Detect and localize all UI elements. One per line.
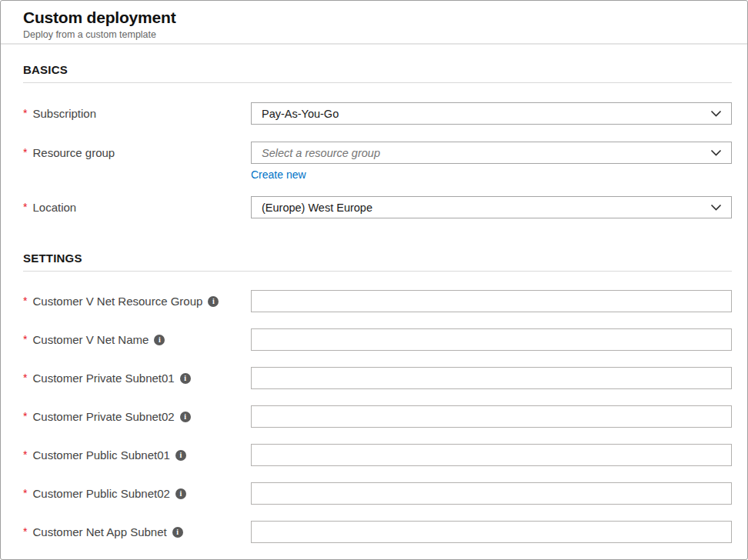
resource-group-placeholder: Select a resource group <box>262 147 380 159</box>
label-group: * Customer Private Subnet02 i <box>23 410 251 423</box>
info-icon[interactable]: i <box>172 527 183 538</box>
info-icon[interactable]: i <box>154 335 165 345</box>
field-row-customer-vnet-name: * Customer V Net Name i <box>23 328 732 351</box>
location-label-group: * Location <box>23 201 251 214</box>
customer-public-subnet01-label: Customer Public Subnet01 <box>32 448 169 462</box>
customer-vnet-name-label: Customer V Net Name <box>32 333 149 346</box>
divider <box>23 271 732 272</box>
customer-public-subnet01-input[interactable] <box>251 444 732 466</box>
page-subtitle: Deploy from a custom template <box>23 29 724 41</box>
basics-section-title: BASICS <box>23 63 732 76</box>
resource-group-dropdown[interactable]: Select a resource group <box>251 142 732 164</box>
location-value: (Europe) West Europe <box>262 202 372 214</box>
required-asterisk: * <box>23 333 27 345</box>
customer-private-subnet01-input[interactable] <box>251 367 732 389</box>
field-row-customer-private-subnet02: * Customer Private Subnet02 i <box>23 405 732 428</box>
label-group: * Customer Public Subnet02 i <box>23 487 251 500</box>
customer-net-app-subnet-label: Customer Net App Subnet <box>32 525 166 538</box>
customer-private-subnet02-input[interactable] <box>251 405 732 428</box>
create-new-row: Create new <box>23 168 747 182</box>
field-row-subscription: * Subscription Pay-As-You-Go <box>23 102 732 125</box>
page-header: Custom deployment Deploy from a custom t… <box>1 1 747 45</box>
create-new-link[interactable]: Create new <box>251 168 306 181</box>
location-label: Location <box>32 201 76 214</box>
field-row-customer-public-subnet01: * Customer Public Subnet01 i <box>23 444 732 466</box>
settings-section-title: SETTINGS <box>23 252 732 265</box>
info-icon[interactable]: i <box>208 296 219 307</box>
customer-vnet-resource-group-label: Customer V Net Resource Group <box>32 295 202 308</box>
required-asterisk: * <box>23 372 27 384</box>
customer-public-subnet02-label: Customer Public Subnet02 <box>32 487 169 500</box>
form-content: BASICS * Subscription Pay-As-You-Go * <box>1 63 747 543</box>
customer-public-subnet02-input[interactable] <box>251 482 732 505</box>
subscription-label: Subscription <box>32 107 96 120</box>
required-asterisk: * <box>23 525 27 538</box>
divider <box>23 82 732 83</box>
label-group: * Customer V Net Resource Group i <box>23 295 251 308</box>
subscription-value: Pay-As-You-Go <box>262 108 339 120</box>
chevron-down-icon <box>710 149 722 156</box>
customer-net-app-subnet-input[interactable] <box>251 521 732 543</box>
subscription-dropdown[interactable]: Pay-As-You-Go <box>251 102 732 125</box>
label-group: * Customer V Net Name i <box>23 333 251 346</box>
required-asterisk: * <box>23 107 27 119</box>
field-row-location: * Location (Europe) West Europe <box>23 196 732 218</box>
field-row-customer-net-app-subnet: * Customer Net App Subnet i <box>23 521 732 543</box>
field-row-customer-private-subnet01: * Customer Private Subnet01 i <box>23 367 732 389</box>
field-row-customer-public-subnet02: * Customer Public Subnet02 i <box>23 482 732 505</box>
resource-group-label-group: * Resource group <box>23 146 251 159</box>
required-asterisk: * <box>23 410 27 422</box>
label-group: * Customer Public Subnet01 i <box>23 448 251 462</box>
customer-private-subnet02-label: Customer Private Subnet02 <box>32 410 174 423</box>
page-title: Custom deployment <box>23 8 724 28</box>
info-icon[interactable]: i <box>180 373 191 384</box>
field-row-resource-group: * Resource group Select a resource group <box>23 142 732 164</box>
label-group: * Customer Net App Subnet i <box>23 525 251 538</box>
label-group: * Customer Private Subnet01 i <box>23 372 251 385</box>
resource-group-label: Resource group <box>32 146 115 159</box>
required-asterisk: * <box>23 146 27 158</box>
customer-private-subnet01-label: Customer Private Subnet01 <box>32 372 174 385</box>
required-asterisk: * <box>23 295 27 307</box>
chevron-down-icon <box>710 204 722 211</box>
chevron-down-icon <box>710 110 722 117</box>
info-icon[interactable]: i <box>175 488 186 499</box>
customer-vnet-name-input[interactable] <box>251 328 732 351</box>
info-icon[interactable]: i <box>175 450 186 461</box>
required-asterisk: * <box>23 448 27 461</box>
customer-vnet-resource-group-input[interactable] <box>251 290 732 312</box>
required-asterisk: * <box>23 201 27 213</box>
subscription-label-group: * Subscription <box>23 107 251 120</box>
custom-deployment-page: Custom deployment Deploy from a custom t… <box>0 0 748 560</box>
field-row-customer-vnet-resource-group: * Customer V Net Resource Group i <box>23 290 732 312</box>
info-icon[interactable]: i <box>180 412 191 422</box>
location-dropdown[interactable]: (Europe) West Europe <box>251 196 732 218</box>
required-asterisk: * <box>23 487 27 499</box>
